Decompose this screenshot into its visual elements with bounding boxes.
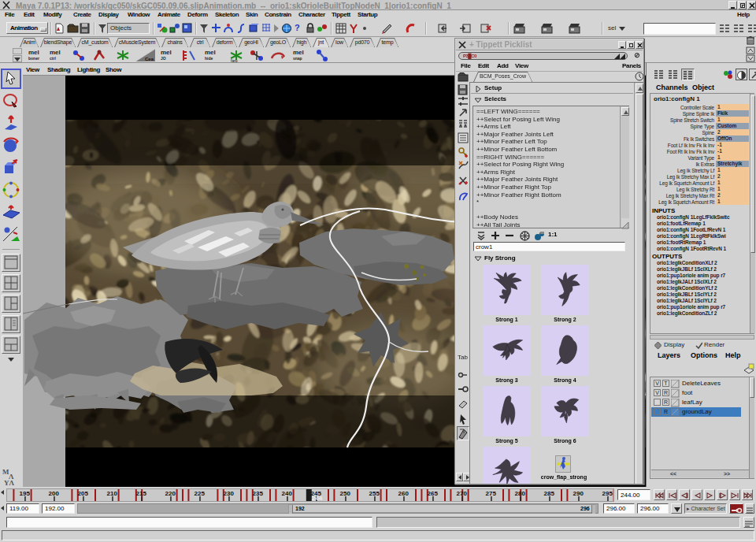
svg-text:230: 230	[224, 490, 235, 497]
svg-text:260: 260	[398, 490, 410, 497]
svg-text:295: 295	[602, 490, 613, 497]
svg-text:244: 244	[312, 495, 323, 501]
svg-text:205: 205	[78, 490, 89, 497]
svg-text:240: 240	[282, 490, 293, 497]
svg-text:290: 290	[573, 490, 584, 497]
svg-text:270: 270	[457, 490, 468, 497]
svg-text:275: 275	[486, 490, 497, 497]
svg-text:235: 235	[253, 490, 264, 497]
svg-text:250: 250	[340, 490, 351, 497]
svg-text:220: 220	[165, 490, 176, 497]
svg-text:195: 195	[20, 490, 31, 497]
svg-text:280: 280	[515, 490, 526, 497]
svg-text:255: 255	[369, 490, 380, 497]
svg-text:265: 265	[428, 490, 439, 497]
svg-text:225: 225	[195, 490, 206, 497]
svg-text:YΛ: YΛ	[4, 479, 14, 487]
svg-text:Cea: Cea	[145, 57, 154, 61]
svg-text:farq: farq	[231, 58, 238, 62]
svg-text:210: 210	[107, 490, 118, 497]
svg-text:215: 215	[136, 490, 147, 497]
svg-text:200: 200	[49, 490, 60, 497]
svg-text:285: 285	[544, 490, 555, 497]
